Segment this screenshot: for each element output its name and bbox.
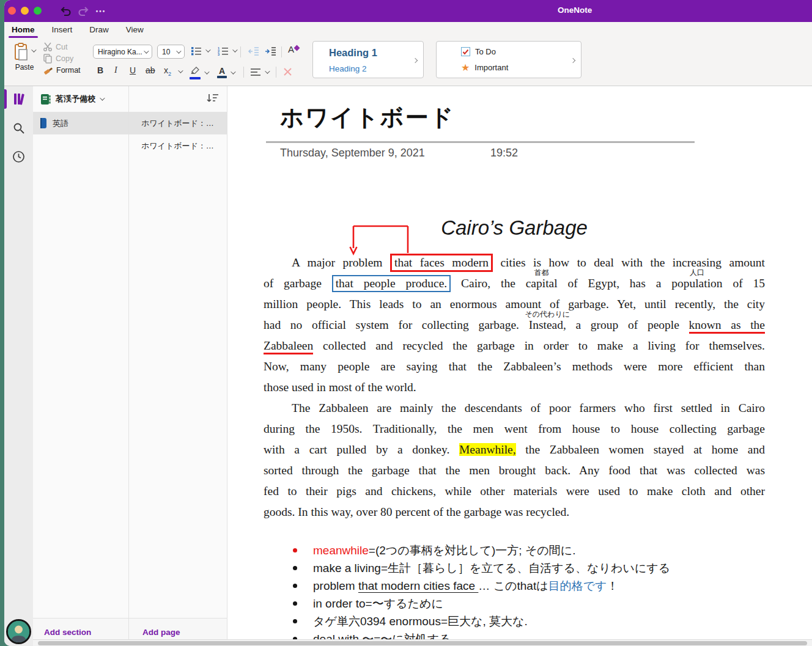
bullet-list-icon[interactable]	[191, 46, 202, 56]
highlighter-chevron[interactable]	[204, 69, 209, 74]
text-segment: problem	[313, 579, 358, 592]
blue-box-annotation: that people produce.	[332, 275, 451, 292]
titlebar: ••• OneNote	[4, 0, 812, 22]
ribbon: Paste Cut Copy Format Hiragino Ka... 1	[4, 39, 812, 86]
tab-bar: Home Insert Draw View	[4, 22, 812, 39]
numbered-list-chevron[interactable]	[232, 47, 237, 52]
style-heading2[interactable]: Heading 2	[329, 64, 367, 73]
text-segment: of garbage	[264, 277, 332, 290]
redo-button[interactable]	[76, 4, 91, 18]
notebook-icon	[40, 94, 51, 105]
sort-pages-button[interactable]	[206, 93, 220, 106]
text-segment: =(2つの事柄を対比して)一方; その間に.	[369, 544, 576, 557]
increase-indent-icon[interactable]	[264, 46, 276, 56]
article-line: Zabbaleen collected and recycled the gar…	[264, 336, 765, 356]
main-area: 茗渓予備校 英語 Add section ホワイトボード：…	[4, 86, 812, 646]
scissors-icon	[43, 42, 53, 51]
text-segment: タゲ単六0394 enormous=巨大な, 莫大な.	[313, 615, 528, 628]
close-window-button[interactable]	[8, 7, 16, 15]
text-segment: Cairo, the	[451, 277, 526, 290]
text-segment: Now, many people are saying that the Zab…	[264, 360, 765, 373]
numbered-list-icon[interactable]: 123	[218, 46, 229, 56]
paste-dropdown-chevron[interactable]	[31, 47, 36, 52]
article-content: Cairo’s Garbage A major problem that fac…	[264, 211, 765, 523]
highlighter-button[interactable]	[190, 65, 201, 79]
text-segment: goods. In this way, over 80 percent of t…	[264, 505, 569, 518]
underline-button[interactable]: U	[130, 65, 136, 75]
font-size-value: 10	[162, 48, 170, 56]
subscript-x: x	[164, 65, 168, 75]
add-section-button[interactable]: Add section	[44, 628, 91, 637]
section-item-english[interactable]: 英語	[33, 112, 128, 134]
search-rail-button[interactable]	[4, 116, 33, 141]
more-options-button[interactable]: •••	[94, 4, 108, 18]
clear-formatting-button[interactable]: A	[288, 44, 299, 54]
text-segment: with a cart pulled by a donkey.	[264, 443, 459, 456]
bold-button[interactable]: B	[97, 65, 103, 75]
text-segment: 目的格です	[548, 579, 607, 592]
pages-list-empty	[129, 157, 227, 618]
highlight-color-bar	[190, 77, 201, 79]
tag-important[interactable]: ★ Important	[461, 63, 508, 72]
article-line: those used in most of the world.	[264, 377, 765, 398]
page-item-2[interactable]: ホワイトボード：…	[129, 134, 227, 157]
horizontal-scrollbar-thumb[interactable]	[38, 641, 807, 645]
notebook-name: 茗渓予備校	[56, 94, 95, 105]
page-title[interactable]: ホワイトボード	[280, 102, 454, 133]
text-segment: sorted through the garbage that the men …	[264, 464, 765, 477]
paragraph-align-icon[interactable]	[250, 68, 261, 76]
subscript-button[interactable]: x2	[164, 65, 171, 77]
paste-label: Paste	[15, 63, 34, 72]
undo-button[interactable]	[58, 4, 73, 18]
article-line: Now, many people are saying that the Zab…	[264, 356, 765, 377]
font-color-button[interactable]: A	[217, 67, 227, 78]
account-avatar[interactable]	[6, 619, 31, 644]
add-page-button[interactable]: Add page	[142, 628, 180, 637]
zoom-window-button[interactable]	[34, 7, 42, 15]
clipboard-paste-icon	[14, 43, 29, 61]
rail-active-indicator	[4, 89, 7, 109]
notebook-chevron	[100, 95, 105, 100]
subscript-chevron[interactable]	[178, 68, 183, 73]
style-heading1[interactable]: Heading 1	[329, 47, 377, 59]
text-segment: cities is how to deal with the increasin…	[493, 256, 765, 269]
tab-draw[interactable]: Draw	[87, 22, 111, 39]
strikethrough-button[interactable]: ab	[146, 65, 155, 75]
format-label: Format	[56, 66, 81, 75]
note-canvas[interactable]: ホワイトボード Thursday, September 9, 2021 19:5…	[227, 86, 812, 646]
italic-button[interactable]: I	[114, 65, 117, 75]
tag-todo[interactable]: To Do	[461, 47, 496, 56]
furigana-annotation: 首都	[534, 269, 549, 276]
font-color-chevron[interactable]	[231, 69, 235, 74]
text-segment: during the 1950s. Traditionally, the men…	[264, 422, 765, 435]
minimize-window-button[interactable]	[21, 7, 29, 15]
ribbon-chrome: Home Insert Draw View Paste	[4, 22, 812, 86]
font-size-select[interactable]: 10	[157, 45, 185, 59]
page-item-1[interactable]: ホワイトボード：…	[129, 112, 227, 134]
clock-icon	[12, 150, 25, 163]
styles-expand-chevron[interactable]	[413, 58, 418, 63]
notebooks-rail-button[interactable]	[4, 86, 33, 112]
paste-button[interactable]: Paste	[10, 43, 39, 72]
furigana-annotation: その代わりに	[525, 310, 570, 318]
bullet-list-chevron[interactable]	[205, 47, 210, 52]
notebook-selector[interactable]: 茗渓予備校	[33, 86, 128, 112]
font-name-select[interactable]: Hiragino Ka...	[93, 45, 152, 59]
text-segment: The Zabbaleen are mainly the descendants…	[292, 402, 765, 414]
tab-view[interactable]: View	[124, 22, 146, 39]
recent-rail-button[interactable]	[4, 144, 33, 169]
article-line: with a cart pulled by a donkey. Meanwhil…	[264, 439, 765, 460]
red-underline-annotation: Zabbaleen	[264, 339, 313, 354]
paragraph-align-chevron[interactable]	[265, 68, 270, 73]
font-name-value: Hiragino Ka...	[98, 48, 142, 56]
text-segment: population人口	[671, 277, 722, 290]
format-painter-button[interactable]: Format	[43, 65, 81, 75]
furigana-annotation: 人口	[690, 269, 704, 276]
article-paragraphs: A major problem that faces modern cities…	[264, 252, 765, 523]
tab-home[interactable]: Home	[10, 22, 37, 39]
tags-expand-chevron[interactable]	[570, 58, 575, 63]
tab-insert[interactable]: Insert	[50, 22, 75, 39]
important-label: Important	[474, 63, 508, 72]
decrease-indent-icon	[247, 46, 259, 56]
text-segment: of Egypt, has a	[558, 277, 672, 290]
